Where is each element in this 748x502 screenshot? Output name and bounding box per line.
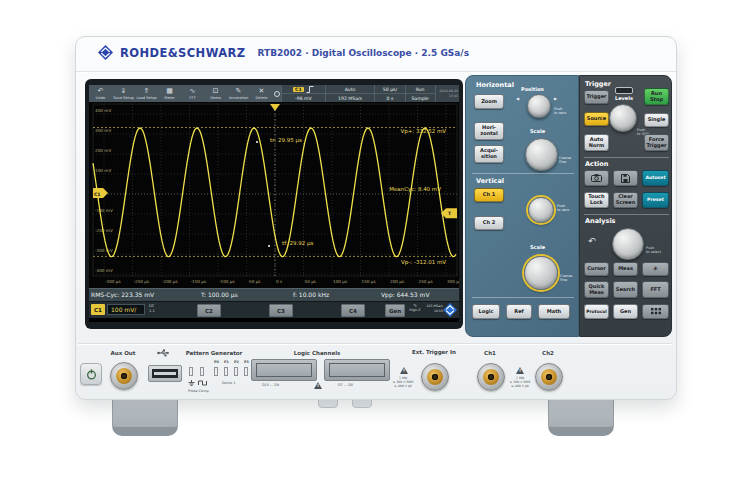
quick-meas-button[interactable]: Quick Meas	[584, 281, 609, 298]
rs-menu-button[interactable]	[443, 303, 457, 317]
back-arrow-icon[interactable]: ↶	[588, 236, 596, 246]
power-button[interactable]	[80, 363, 102, 385]
ch1-connector	[477, 363, 505, 391]
navigation-knob[interactable]	[612, 228, 644, 260]
search-button[interactable]: Search	[613, 281, 638, 298]
run-stop-button[interactable]: Run Stop	[644, 88, 669, 105]
horizontal-position-knob[interactable]	[527, 94, 551, 118]
keypad-button[interactable]	[642, 304, 669, 319]
svg-text:-50 µs: -50 µs	[248, 279, 261, 284]
gen-info: ∿ High-Z	[405, 303, 425, 312]
vertical-position-knob[interactable]	[528, 197, 554, 223]
autoset-button[interactable]: Autoset	[642, 170, 669, 186]
zoom-button[interactable]: Zoom	[474, 94, 504, 109]
probe-comp-label: Probe Comp.	[188, 389, 210, 393]
status-col-acquisition: Auto 192 MSa/s	[325, 85, 375, 102]
ext-trigger-label: Ext. Trigger In	[398, 349, 470, 355]
square-wave-icon	[198, 380, 207, 386]
gen-button[interactable]: Gen	[613, 304, 638, 319]
horizontal-section-title: Horizontal	[476, 81, 514, 89]
logic-channels-label: Logic Channels	[282, 350, 352, 356]
graticule[interactable]: -300 µs-250 µs-200 µs-150 µs-100 µs-50 µ…	[89, 102, 459, 288]
vertical-scale-hint: Coarse Fine	[560, 274, 572, 283]
status-acquisition-mode[interactable]: Sample	[406, 93, 435, 102]
horizontal-menu-button[interactable]: Hori- zontal	[474, 122, 504, 140]
status-col-trigger: C1 -96 mV	[281, 85, 325, 102]
channel-badge-c3[interactable]: C3	[269, 304, 293, 317]
clear-screen-button[interactable]: Clear Screen	[613, 192, 638, 208]
horizontal-scale-knob[interactable]	[525, 138, 558, 171]
screenshot-button[interactable]	[584, 170, 609, 186]
status-time: 13:43	[449, 94, 458, 98]
warning-icon: !	[400, 367, 408, 374]
pattern-pin-label: P1	[224, 360, 229, 364]
channel-c1-scale[interactable]: 100 mV/	[107, 304, 145, 315]
math-button[interactable]: Math	[538, 304, 570, 319]
pattern-pin-label: P3	[244, 360, 249, 364]
intensity-button[interactable]: ☀	[642, 262, 669, 276]
trigger-level-led	[615, 87, 633, 94]
toolbar-demo[interactable]: ⊡Demo	[204, 85, 227, 102]
status-trigger-source[interactable]: C1	[282, 85, 325, 93]
measurement-value: T: 100.00 µs	[201, 291, 238, 298]
logic-button[interactable]: Logic	[472, 304, 500, 319]
logic-pod2-connector	[324, 359, 390, 381]
vertical-scale-knob[interactable]	[524, 256, 558, 290]
single-button[interactable]: Single	[644, 113, 669, 127]
status-trigger-mode[interactable]: Auto	[326, 85, 375, 93]
cursor-button[interactable]: Cursor	[584, 262, 609, 276]
trigger-levels-label: Levels	[615, 95, 633, 101]
demo-label: Demo 1	[222, 381, 235, 385]
toolbar-save-setup[interactable]: ⇓Save Setup	[112, 85, 135, 102]
fft-button[interactable]: FFT	[642, 281, 669, 298]
coupling-value: DC	[149, 304, 155, 309]
toolbar-item-label: Annotation	[229, 96, 249, 100]
status-timebase[interactable]: 50 µs/	[375, 85, 404, 93]
toolbar-delete[interactable]: ✕Delete	[250, 85, 273, 102]
panel-trigger-action-analysis: Trigger Trigger Levels Push to 50% Run S…	[579, 75, 672, 337]
ref-button[interactable]: Ref	[506, 304, 532, 319]
svg-text:100 µs: 100 µs	[333, 279, 347, 284]
preset-button[interactable]: Preset	[642, 192, 669, 208]
trigger-source-button[interactable]: Source	[584, 112, 609, 126]
svg-text:300 mV: 300 mV	[95, 128, 111, 133]
svg-text:-300 µs: -300 µs	[105, 279, 121, 284]
status-bar: C1 -96 mV Auto 192 MSa/s 50 µs/ 0 s	[281, 85, 459, 102]
gen-badge[interactable]: Gen	[385, 304, 405, 317]
svg-text:-100 mV: -100 mV	[95, 208, 113, 213]
save-recall-button[interactable]	[613, 170, 638, 186]
touch-lock-button[interactable]: Touch Lock	[584, 192, 609, 208]
power-icon	[86, 369, 97, 380]
horizontal-position-label: Position	[521, 86, 544, 92]
toolbar-load-setup[interactable]: ⇑Load Setup	[135, 85, 158, 102]
trigger-menu-button[interactable]: Trigger	[584, 90, 609, 104]
toolbar-annotation[interactable]: ✎Annotation	[227, 85, 250, 102]
touchscreen[interactable]: ↶Undo⇓Save Setup⇑Load Setup▦Meter∿FFT⊡De…	[89, 85, 459, 322]
meas-button[interactable]: Meas	[613, 262, 638, 276]
force-trigger-button[interactable]: Force Trigger	[644, 134, 669, 151]
status-channel-badge: C1	[293, 87, 304, 92]
toolbar-item-label: FFT	[189, 96, 195, 100]
toolbar-meter[interactable]: ▦Meter	[158, 85, 181, 102]
toolbar-fft[interactable]: ∿FFT	[181, 85, 204, 102]
connector-seam	[78, 343, 672, 344]
channel-badge-c4[interactable]: C4	[341, 304, 365, 317]
oscilloscope-device: ROHDE&SCHWARZ RTB2002 · Digital Oscillos…	[75, 36, 677, 400]
toolbar-undo[interactable]: ↶Undo	[89, 85, 112, 102]
trigger-level-knob[interactable]	[609, 104, 637, 132]
channel-badge-c2[interactable]: C2	[197, 304, 221, 317]
toolbar-item-label: Delete	[256, 96, 268, 100]
status-run-state[interactable]: Run	[406, 85, 435, 93]
protocol-button[interactable]: Protocol	[584, 304, 609, 319]
navigation-knob-hint: Push to select	[646, 246, 661, 255]
status-trigger-level[interactable]: -96 mV	[282, 93, 325, 102]
acquisition-button[interactable]: Acqui- sition	[474, 145, 504, 163]
status-sample-rate[interactable]: 192 MSa/s	[326, 93, 375, 102]
auto-norm-button[interactable]: Auto Norm	[584, 134, 609, 151]
ch2-button[interactable]: Ch 2	[474, 216, 504, 230]
channel-badge-c1[interactable]: C1	[91, 304, 105, 315]
measurement-value: RMS-Cyc: 223.35 mV	[91, 291, 154, 298]
ch1-button[interactable]: Ch 1	[474, 188, 504, 202]
status-horizontal-position[interactable]: 0 s	[375, 93, 404, 102]
svg-text:tf: 29.92 µs: tf: 29.92 µs	[282, 240, 313, 247]
